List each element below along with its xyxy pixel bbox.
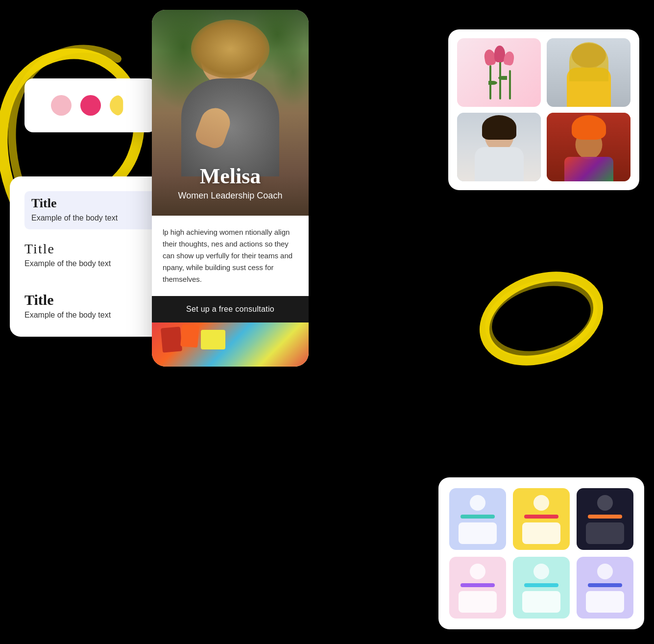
id-card-5 xyxy=(513,557,570,619)
id-cards-grid xyxy=(449,488,633,619)
photo-cell-woman-up xyxy=(457,113,541,181)
id-stripe-5 xyxy=(524,583,558,587)
photo-cell-tulips xyxy=(457,38,541,107)
id-cards-card xyxy=(438,477,644,629)
dot-pink-light xyxy=(51,95,72,116)
id-avatar-4 xyxy=(470,564,485,579)
id-avatar-1 xyxy=(470,495,485,511)
dots-card xyxy=(24,78,157,132)
id-card-4 xyxy=(449,557,506,619)
id-avatar-2 xyxy=(533,495,549,511)
photo-grid xyxy=(457,38,630,181)
dot-yellow xyxy=(110,95,130,116)
id-stripe-2 xyxy=(524,515,558,519)
photo-cell-orange-hat xyxy=(547,113,630,181)
profile-cta[interactable]: Set up a free consultatio xyxy=(152,296,309,322)
profile-subtitle: Women Leadership Coach xyxy=(152,191,309,201)
id-body-2 xyxy=(522,522,560,544)
yellow-scribble-right xyxy=(468,245,615,392)
photo-grid-card xyxy=(448,29,639,190)
profile-body: lp high achieving women ntionally align … xyxy=(152,216,309,296)
id-stripe-4 xyxy=(460,583,495,587)
id-avatar-5 xyxy=(533,564,549,579)
id-body-1 xyxy=(459,522,497,544)
id-card-3 xyxy=(577,488,633,550)
profile-name: Melisa xyxy=(152,164,309,189)
id-body-3 xyxy=(586,522,624,544)
dot-pink xyxy=(80,95,101,116)
profile-bottom-image xyxy=(152,322,309,367)
id-body-6 xyxy=(586,591,624,613)
profile-image-area: Melisa Women Leadership Coach xyxy=(152,10,309,216)
id-body-4 xyxy=(459,591,497,613)
id-body-5 xyxy=(522,591,560,613)
id-card-6 xyxy=(577,557,633,619)
id-avatar-3 xyxy=(597,495,613,511)
id-stripe-1 xyxy=(460,515,495,519)
body xyxy=(181,78,279,176)
id-avatar-6 xyxy=(597,564,613,579)
id-card-1 xyxy=(449,488,506,550)
id-stripe-6 xyxy=(588,583,622,587)
hair xyxy=(191,20,269,78)
id-card-2 xyxy=(513,488,570,550)
profile-card: Melisa Women Leadership Coach lp high ac… xyxy=(152,10,309,367)
id-stripe-3 xyxy=(588,515,622,519)
photo-cell-yellow-jacket xyxy=(547,38,630,107)
profile-overlay-text: Melisa Women Leadership Coach xyxy=(152,164,309,201)
